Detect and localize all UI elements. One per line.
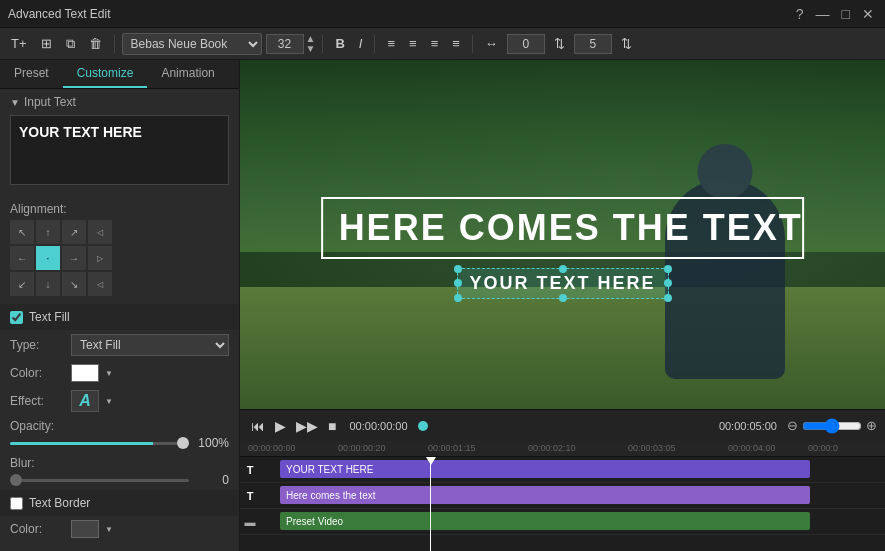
align-middle-left[interactable]: ← bbox=[10, 246, 34, 270]
progress-dot bbox=[418, 421, 428, 431]
track-3-icon: ▬ bbox=[240, 516, 260, 528]
minimize-button[interactable]: — bbox=[813, 6, 833, 22]
effect-button[interactable]: A bbox=[71, 390, 99, 412]
small-text-overlay[interactable]: YOUR TEXT HERE bbox=[456, 268, 668, 299]
alignment-label: Alignment: bbox=[0, 202, 239, 216]
skip-forward-button[interactable]: ▶▶ bbox=[293, 418, 321, 434]
handle-tl[interactable] bbox=[453, 265, 461, 273]
align-top-center[interactable]: ↑ bbox=[36, 220, 60, 244]
font-select[interactable]: Bebas Neue Book bbox=[122, 33, 262, 55]
zoom-plus-button[interactable]: ⊕ bbox=[866, 418, 877, 433]
video-preview: HERE COMES THE TEXT YOUR TEXT HERE bbox=[240, 60, 885, 409]
effect-dropdown-arrow[interactable]: ▼ bbox=[105, 397, 113, 406]
playhead[interactable] bbox=[430, 457, 431, 551]
handle-ml[interactable] bbox=[453, 279, 461, 287]
color-swatch[interactable] bbox=[71, 364, 99, 382]
align-center-button[interactable]: ≡ bbox=[404, 34, 422, 53]
handle-br[interactable] bbox=[664, 294, 672, 302]
handle-tr[interactable] bbox=[664, 265, 672, 273]
handle-bm[interactable] bbox=[559, 294, 567, 302]
title-bar: Advanced Text Edit ? — □ ✕ bbox=[0, 0, 885, 28]
text-input-area[interactable]: YOUR TEXT HERE bbox=[10, 115, 229, 185]
add-box-button[interactable]: ⊞ bbox=[36, 34, 57, 53]
handle-tm[interactable] bbox=[559, 265, 567, 273]
kerning-button[interactable]: ⇅ bbox=[549, 34, 570, 53]
separator-4 bbox=[472, 35, 473, 53]
tab-customize[interactable]: Customize bbox=[63, 60, 148, 88]
track-clip-2[interactable]: Here comes the text bbox=[280, 486, 810, 504]
video-track-icon: ▬ bbox=[245, 516, 256, 528]
kerning-value-input[interactable] bbox=[574, 34, 612, 54]
align-left-button[interactable]: ≡ bbox=[382, 34, 400, 53]
border-color-swatch[interactable] bbox=[71, 520, 99, 538]
align-top-left[interactable]: ↖ bbox=[10, 220, 34, 244]
text-fill-row: Text Fill bbox=[0, 304, 239, 330]
justify-button[interactable]: ≡ bbox=[447, 34, 465, 53]
add-text-button[interactable]: T+ bbox=[6, 34, 32, 53]
border-color-arrow[interactable]: ▼ bbox=[105, 525, 113, 534]
track-3-content[interactable]: Preset Video bbox=[260, 509, 885, 534]
align-right-top[interactable]: ▷ bbox=[88, 246, 112, 270]
type-select[interactable]: Text Fill bbox=[71, 334, 229, 356]
align-bottom-center[interactable]: ↓ bbox=[36, 272, 60, 296]
track-clip-1[interactable]: YOUR TEXT HERE bbox=[280, 460, 810, 478]
align-middle-right[interactable]: → bbox=[62, 246, 86, 270]
track-clip-2-label: Here comes the text bbox=[286, 490, 375, 501]
skip-back-button[interactable]: ⏮ bbox=[248, 418, 268, 434]
maximize-button[interactable]: □ bbox=[839, 6, 853, 22]
close-button[interactable]: ✕ bbox=[859, 6, 877, 22]
handle-bl[interactable] bbox=[453, 294, 461, 302]
align-right-button[interactable]: ≡ bbox=[426, 34, 444, 53]
end-time: 00:00:05:00 bbox=[719, 420, 777, 432]
font-size-control: ▲▼ bbox=[266, 34, 316, 54]
play-button[interactable]: ▶ bbox=[272, 418, 289, 434]
align-left-top[interactable]: ◁ bbox=[88, 220, 112, 244]
blur-slider-container: 0 bbox=[10, 473, 229, 487]
align-bottom-left[interactable]: ↙ bbox=[10, 272, 34, 296]
help-icon[interactable]: ? bbox=[793, 6, 807, 22]
text-fill-label[interactable]: Text Fill bbox=[29, 310, 70, 324]
italic-button[interactable]: I bbox=[354, 34, 368, 53]
text-fill-checkbox[interactable] bbox=[10, 311, 23, 324]
text-track-icon-1: T bbox=[247, 464, 254, 476]
blur-row: Blur: 0 bbox=[0, 453, 239, 490]
blur-slider[interactable] bbox=[10, 479, 189, 482]
kerning-arrows[interactable]: ⇅ bbox=[616, 34, 637, 53]
align-bottom-right[interactable]: ↘ bbox=[62, 272, 86, 296]
bold-button[interactable]: B bbox=[330, 34, 349, 53]
align-bottom-extra[interactable]: ◁ bbox=[88, 272, 112, 296]
track-clip-3[interactable]: Preset Video bbox=[280, 512, 810, 530]
opacity-slider[interactable] bbox=[10, 442, 189, 445]
text-border-label[interactable]: Text Border bbox=[29, 496, 90, 510]
track-row-2: T Here comes the text bbox=[240, 483, 885, 509]
zoom-minus-button[interactable]: ⊖ bbox=[787, 418, 798, 433]
color-dropdown-arrow[interactable]: ▼ bbox=[105, 369, 113, 378]
window-title: Advanced Text Edit bbox=[8, 7, 793, 21]
spacing-button[interactable]: ↔ bbox=[480, 34, 503, 53]
copy-button[interactable]: ⧉ bbox=[61, 34, 80, 54]
track-clip-3-label: Preset Video bbox=[286, 516, 343, 527]
track-2-content[interactable]: Here comes the text bbox=[260, 483, 885, 508]
tab-animation[interactable]: Animation bbox=[147, 60, 228, 88]
collapse-icon[interactable]: ▼ bbox=[10, 97, 20, 108]
preview-area: HERE COMES THE TEXT YOUR TEXT HERE bbox=[240, 60, 885, 409]
track-1-content[interactable]: YOUR TEXT HERE bbox=[260, 457, 885, 482]
zoom-slider[interactable] bbox=[802, 418, 862, 434]
font-size-arrows[interactable]: ▲▼ bbox=[306, 34, 316, 54]
text-border-checkbox[interactable] bbox=[10, 497, 23, 510]
tab-preset[interactable]: Preset bbox=[0, 60, 63, 88]
stop-button[interactable]: ■ bbox=[325, 418, 339, 434]
time-right: 00:00:05:00 ⊖ ⊕ bbox=[713, 418, 877, 434]
separator-1 bbox=[114, 35, 115, 53]
delete-button[interactable]: 🗑 bbox=[84, 34, 107, 53]
align-top-right[interactable]: ↗ bbox=[62, 220, 86, 244]
track-row-3: ▬ Preset Video bbox=[240, 509, 885, 535]
align-middle-center[interactable]: · bbox=[36, 246, 60, 270]
timeline-tracks: T YOUR TEXT HERE T Here com bbox=[240, 457, 885, 551]
blur-value: 0 bbox=[197, 473, 229, 487]
spacing-value-input[interactable] bbox=[507, 34, 545, 54]
input-text-section: ▼ Input Text YOUR TEXT HERE bbox=[0, 89, 239, 194]
border-color-row: Color: ▼ bbox=[0, 516, 239, 542]
font-size-input[interactable] bbox=[266, 34, 304, 54]
handle-mr[interactable] bbox=[664, 279, 672, 287]
